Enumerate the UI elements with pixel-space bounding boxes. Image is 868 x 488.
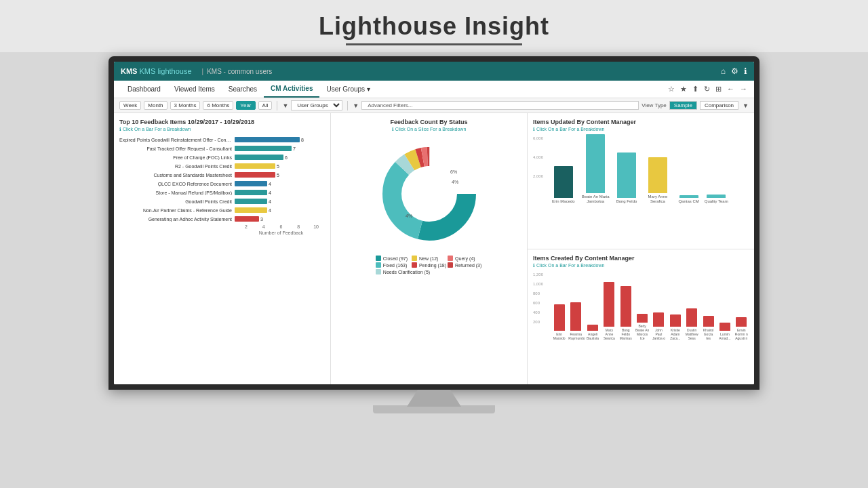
nav-cm-activities[interactable]: CM Activities bbox=[264, 81, 319, 98]
created-bar-label-11: Erwin Romm n Agusti n bbox=[734, 328, 749, 340]
closed-label: Closed (97) bbox=[383, 256, 408, 261]
pending-dot bbox=[412, 262, 417, 268]
filter-6months[interactable]: 6 Months bbox=[203, 101, 233, 110]
bar-bong[interactable]: Bong Feldo bbox=[616, 152, 637, 204]
created-bar-5[interactable]: Berly Beate An Marcos Ice bbox=[635, 314, 649, 340]
created-title: Items Created By Content Manager bbox=[533, 255, 749, 262]
filter-month[interactable]: Month bbox=[144, 101, 167, 110]
bar-quality-label: Quality Team bbox=[705, 199, 728, 204]
bar-erin[interactable]: Erin Macedo bbox=[552, 166, 575, 204]
new-label: New (12) bbox=[419, 256, 438, 261]
sample-btn[interactable]: Sample bbox=[669, 101, 697, 110]
bar-track-1: 7 bbox=[235, 145, 325, 152]
bar-item-4[interactable]: Customs and Standards Mastersheet5 bbox=[119, 171, 325, 178]
y-600: 600 bbox=[533, 301, 543, 305]
returned-dot bbox=[448, 262, 453, 268]
bar-item-5[interactable]: QLCC EXCO Reference Document4 bbox=[119, 180, 325, 187]
created-bar-0[interactable]: Erin Macedo bbox=[552, 304, 566, 340]
nav-dashboard[interactable]: Dashboard bbox=[121, 81, 167, 98]
bar-item-3[interactable]: R2 - Goodwill Points Credit5 bbox=[119, 163, 325, 169]
created-bar-7[interactable]: Kristie Adam Zaca... bbox=[668, 314, 682, 340]
filter-icon[interactable]: ⊞ bbox=[715, 85, 722, 94]
nav-searches[interactable]: Searches bbox=[222, 81, 264, 98]
bar-fill-8 bbox=[235, 207, 267, 213]
comparison-btn[interactable]: Comparison bbox=[700, 101, 738, 110]
settings-icon[interactable]: ⚙ bbox=[731, 66, 738, 76]
bar-item-1[interactable]: Fast Tracked Offer Request - Consultant7 bbox=[119, 145, 325, 152]
created-bar-label-5: Berly Beate An Marcos Ice bbox=[635, 324, 649, 340]
bar-mary[interactable]: Mary Anne Serafica bbox=[642, 157, 673, 204]
created-subtitle: ℹ Click On a Bar For a Breakdown bbox=[533, 263, 749, 268]
created-bar-8[interactable]: Dustin Matthew Sess bbox=[685, 308, 699, 340]
x-tick-10: 10 bbox=[307, 224, 325, 229]
user-groups-dropdown[interactable]: User Groups bbox=[291, 100, 342, 110]
closed-dot bbox=[376, 256, 381, 261]
filter-week[interactable]: Week bbox=[119, 101, 141, 110]
filter-year[interactable]: Year bbox=[236, 101, 255, 110]
x-axis: 2 4 6 8 10 bbox=[237, 224, 325, 229]
created-bar-3[interactable]: Mary Anne Searica bbox=[602, 282, 616, 340]
upload-icon[interactable]: ⬆ bbox=[692, 85, 698, 94]
bar-mary-label: Mary Anne Serafica bbox=[642, 195, 673, 204]
x-tick-6: 6 bbox=[273, 224, 290, 229]
created-bar-4[interactable]: Bong Feldo Marinas bbox=[618, 286, 633, 340]
bar-item-2[interactable]: Free of Charge (FOC) Links6 bbox=[119, 154, 325, 161]
bar-item-8[interactable]: Non-Air Partner Claims - Reference Guide… bbox=[119, 207, 325, 214]
created-bar-2[interactable]: Angeli Bautista bbox=[585, 325, 599, 340]
bar-fill-6 bbox=[235, 190, 267, 195]
created-bar-1[interactable]: Reanna Raymundo bbox=[568, 302, 583, 340]
legend-returned: Returned (3) bbox=[448, 262, 482, 268]
created-bar-10[interactable]: Lumin Amad... bbox=[717, 323, 732, 340]
bar-fill-7 bbox=[235, 199, 267, 204]
bar-item-6[interactable]: Store - Manual Refund (PS/Mailbox)4 bbox=[119, 189, 325, 196]
created-bar-9[interactable]: Khairol Gorza Ies bbox=[701, 316, 715, 340]
monitor-stand: hp bbox=[108, 390, 760, 413]
bar-quality[interactable]: Quality Team bbox=[705, 195, 728, 204]
panel-right: Items Updated By Content Manager ℹ Click… bbox=[528, 113, 754, 384]
y-6000: 6,000 bbox=[533, 136, 543, 140]
donut-chart[interactable]: 54% 33% 4% 4% 6% bbox=[378, 143, 480, 245]
top10-title: Top 10 Feedback Items 10/29/2017 - 10/29… bbox=[119, 119, 325, 125]
monitor-screen: KMS KMS lighthouse | KMS - common users … bbox=[114, 62, 754, 384]
bar-qantas[interactable]: Qantas CM bbox=[678, 195, 698, 204]
bar-item-0[interactable]: Expired Points Goodwill Reinstatement Of… bbox=[119, 136, 325, 143]
x-axis-label: Number of Feedback bbox=[237, 230, 325, 235]
bar-item-7[interactable]: Goodwill Points Credit4 bbox=[119, 198, 325, 205]
star-filled-icon[interactable]: ★ bbox=[680, 85, 687, 94]
nav-viewed-items[interactable]: Viewed Items bbox=[167, 81, 222, 98]
created-bar-fill-0 bbox=[554, 304, 565, 331]
bar-label-8: Non-Air Partner Claims - Reference Guide bbox=[119, 208, 235, 213]
created-bar-fill-7 bbox=[670, 314, 681, 327]
refresh-icon[interactable]: ↻ bbox=[704, 85, 710, 94]
panel-center: Feedback Count By Status ℹ Click On a Sl… bbox=[331, 113, 528, 384]
star-icon[interactable]: ☆ bbox=[668, 85, 675, 94]
filter-funnel-icon[interactable]: ▼ bbox=[282, 102, 288, 109]
bar-fill-1 bbox=[235, 146, 292, 151]
bar-item-9[interactable]: Generating an Adhoc Activity Statement3 bbox=[119, 216, 325, 222]
advanced-filters-input[interactable] bbox=[361, 101, 639, 110]
created-bar-6[interactable]: John Paul Jamba o bbox=[652, 312, 666, 340]
filter-all[interactable]: All bbox=[258, 101, 273, 110]
filter-icon2[interactable]: ▼ bbox=[353, 102, 359, 109]
y-200: 200 bbox=[533, 320, 543, 324]
home-icon[interactable]: ⌂ bbox=[721, 66, 726, 76]
bar-beate[interactable]: Beate An Maria Jamboloa bbox=[580, 134, 611, 204]
info-icon[interactable]: ℹ bbox=[744, 66, 747, 76]
page-title: Lighthouse Insight bbox=[0, 12, 868, 41]
forward-icon[interactable]: → bbox=[740, 85, 747, 94]
created-bar-label-0: Erin Macedo bbox=[552, 332, 566, 340]
comparison-filter-icon[interactable]: ▼ bbox=[743, 102, 749, 109]
nav-user-groups[interactable]: User Groups ▾ bbox=[319, 81, 376, 98]
filter-3months[interactable]: 3 Months bbox=[170, 101, 201, 110]
bar-track-5: 4 bbox=[235, 180, 325, 187]
created-bar-label-8: Dustin Matthew Sess bbox=[685, 328, 699, 340]
created-bar-label-4: Bong Feldo Marinas bbox=[618, 328, 633, 340]
x-tick-8: 8 bbox=[290, 224, 307, 229]
back-icon[interactable]: ← bbox=[727, 85, 734, 94]
created-bar-11[interactable]: Erwin Romm n Agusti n bbox=[734, 317, 749, 340]
bar-bong-fill bbox=[617, 152, 636, 198]
new-dot bbox=[412, 256, 417, 261]
title-underline bbox=[346, 43, 522, 45]
bar-beate-fill bbox=[586, 134, 605, 193]
panel-items-updated: Items Updated By Content Manager ℹ Click… bbox=[528, 113, 754, 249]
